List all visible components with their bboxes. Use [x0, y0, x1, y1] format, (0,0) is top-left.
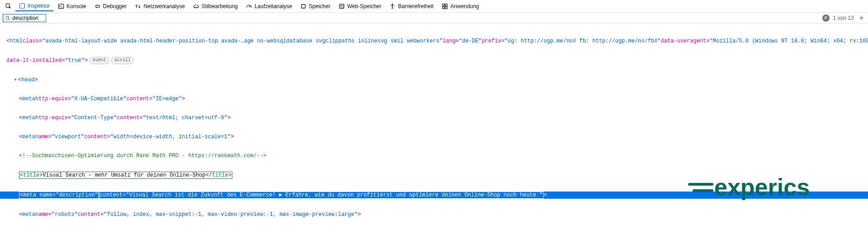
add-button[interactable]: +: [858, 14, 865, 22]
a11y-icon: [389, 3, 396, 9]
svg-rect-1: [20, 4, 25, 9]
node-meta-robots[interactable]: <meta name="robots" content="follow, ind…: [0, 211, 868, 218]
tab-label: Netzwerkanalyse: [143, 3, 184, 9]
tab-application[interactable]: Anwendung: [438, 2, 482, 11]
node-html-cont[interactable]: data-lt-installed="true">eventscroll: [0, 57, 868, 64]
tab-label: Stilbearbeitung: [202, 3, 238, 9]
tab-style-editor[interactable]: Stilbearbeitung: [189, 2, 241, 11]
node-meta-compat[interactable]: <meta http-equiv="X-UA-Compatible" conte…: [0, 96, 868, 102]
search-count: 1 von 13: [833, 15, 854, 21]
tab-label: Anwendung: [450, 3, 479, 9]
tab-label: Laufzeitanalyse: [255, 3, 292, 9]
svg-rect-2: [59, 4, 64, 9]
brand-logo: experics: [687, 172, 850, 205]
svg-point-6: [392, 4, 393, 5]
tab-label: Speicher: [309, 3, 330, 9]
tab-label: Web-Speicher: [347, 3, 382, 9]
svg-rect-8: [445, 4, 447, 5]
svg-rect-5: [340, 4, 344, 9]
tab-label: Barrierefreiheit: [398, 3, 434, 9]
tab-memory[interactable]: Speicher: [297, 2, 334, 11]
event-badge[interactable]: event: [90, 57, 109, 64]
scroll-badge[interactable]: scroll: [111, 57, 134, 64]
tab-label: Debugger: [103, 3, 127, 9]
console-icon: [58, 3, 64, 9]
node-meta-viewport[interactable]: <meta name="viewport" content="width=dev…: [0, 134, 868, 140]
memory-icon: [300, 3, 307, 9]
node-meta-contenttype[interactable]: <meta http-equiv="Content-Type" content=…: [0, 115, 868, 121]
tab-label: Inspektor: [28, 3, 50, 9]
tab-label: Konsole: [66, 3, 86, 9]
search-bar: ✕ 1 von 13 +: [0, 13, 868, 23]
tab-console[interactable]: Konsole: [54, 2, 90, 11]
expand-twisty[interactable]: ▾: [13, 77, 18, 83]
network-icon: [135, 3, 141, 9]
element-picker-button[interactable]: [3, 2, 14, 11]
tab-inspector[interactable]: Inspektor: [15, 1, 53, 11]
svg-rect-4: [302, 5, 306, 8]
svg-rect-10: [445, 6, 447, 8]
node-head[interactable]: ▾<head>: [0, 77, 868, 83]
svg-rect-7: [443, 4, 444, 5]
search-input[interactable]: [12, 15, 44, 21]
node-html[interactable]: <html class="avada-html-layout-wide avad…: [0, 38, 868, 44]
debugger-icon: [94, 3, 101, 9]
tab-debugger[interactable]: Debugger: [91, 2, 131, 11]
node-comment[interactable]: <!--Suchmaschinen-Optimierung durch Rank…: [0, 153, 868, 159]
clear-search-button[interactable]: ✕: [822, 14, 830, 22]
svg-rect-9: [443, 6, 444, 8]
style-icon: [193, 3, 199, 9]
tab-network[interactable]: Netzwerkanalyse: [131, 2, 188, 11]
tab-accessibility[interactable]: Barrierefreiheit: [386, 2, 437, 11]
picker-icon: [5, 3, 12, 9]
logo-text: experics: [714, 174, 810, 200]
search-input-wrap: [3, 14, 46, 22]
search-results: ✕ 1 von 13 +: [822, 14, 865, 22]
svg-point-3: [95, 5, 99, 7]
tab-performance[interactable]: Laufzeitanalyse: [242, 2, 296, 11]
tab-storage[interactable]: Web-Speicher: [335, 2, 385, 11]
devtools-toolbar: Inspektor Konsole Debugger Netzwerkanaly…: [0, 0, 868, 13]
inspector-icon: [19, 3, 25, 9]
svg-point-11: [6, 16, 9, 19]
search-icon: [5, 15, 10, 21]
app-icon: [442, 3, 448, 9]
perf-icon: [246, 3, 252, 9]
storage-icon: [339, 3, 345, 9]
